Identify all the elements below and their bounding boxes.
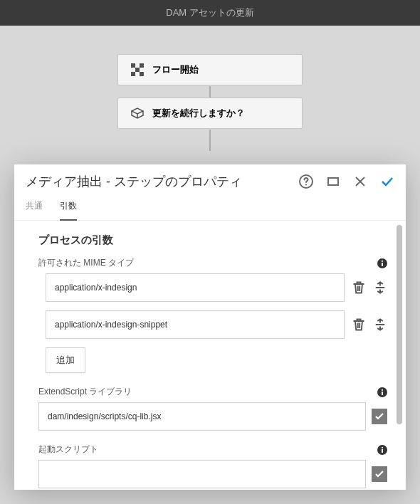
field-label: 起動スクリプト xyxy=(38,443,98,456)
reorder-icon[interactable] xyxy=(373,317,387,332)
svg-point-10 xyxy=(382,260,383,261)
step-properties-dialog: メディア抽出 - ステップのプロパティ 共通 引数 xyxy=(14,164,406,490)
svg-point-13 xyxy=(382,389,383,390)
mime-input[interactable] xyxy=(46,273,345,302)
svg-rect-9 xyxy=(382,263,383,266)
field-label: ExtendScript ライブラリ xyxy=(38,386,132,398)
scrollbar-thumb[interactable] xyxy=(397,225,402,424)
dialog-title: メディア抽出 - ステップのプロパティ xyxy=(26,173,299,190)
checkbox-checked[interactable] xyxy=(372,409,387,424)
info-icon[interactable] xyxy=(377,445,387,455)
scroll-area[interactable]: プロセスの引数 許可された MIME タイプ xyxy=(14,221,394,490)
tab-common[interactable]: 共通 xyxy=(26,200,43,220)
dialog-header: メディア抽出 - ステップのプロパティ xyxy=(14,164,406,190)
mime-row xyxy=(46,273,387,302)
panel-body: プロセスの引数 許可された MIME タイプ xyxy=(14,221,406,490)
svg-rect-15 xyxy=(382,449,383,453)
info-icon[interactable] xyxy=(377,258,387,268)
svg-point-6 xyxy=(305,184,307,185)
reorder-icon[interactable] xyxy=(373,280,387,295)
field-mime: 許可された MIME タイプ xyxy=(38,257,387,373)
tab-args[interactable]: 引数 xyxy=(60,200,77,221)
delete-icon[interactable] xyxy=(352,280,366,295)
field-label: 許可された MIME タイプ xyxy=(38,257,134,269)
help-icon[interactable] xyxy=(299,174,313,189)
extendscript-input[interactable] xyxy=(38,402,366,431)
maximize-icon[interactable] xyxy=(326,174,340,189)
info-icon[interactable] xyxy=(377,387,387,397)
mime-row xyxy=(46,310,387,339)
delete-icon[interactable] xyxy=(352,317,366,332)
field-startup: 起動スクリプト xyxy=(38,443,387,488)
svg-rect-12 xyxy=(382,392,383,395)
tabs: 共通 引数 xyxy=(14,190,406,221)
section-title: プロセスの引数 xyxy=(38,233,387,247)
mime-input[interactable] xyxy=(46,310,345,339)
svg-point-16 xyxy=(382,446,383,448)
svg-rect-7 xyxy=(328,178,338,185)
topbar: DAM アセットの更新 xyxy=(0,0,420,26)
confirm-icon[interactable] xyxy=(380,174,394,189)
field-extendscript: ExtendScript ライブラリ xyxy=(38,386,387,431)
add-button[interactable]: 追加 xyxy=(46,347,85,373)
startup-input[interactable] xyxy=(38,460,366,488)
close-icon[interactable] xyxy=(353,174,367,189)
workflow-canvas: フロー開始 更新を続行しますか？ メディア抽出 - ステップのプロパティ xyxy=(0,26,420,504)
page-title: DAM アセットの更新 xyxy=(166,6,254,19)
checkbox-checked[interactable] xyxy=(372,466,387,482)
dialog-actions xyxy=(299,174,394,189)
